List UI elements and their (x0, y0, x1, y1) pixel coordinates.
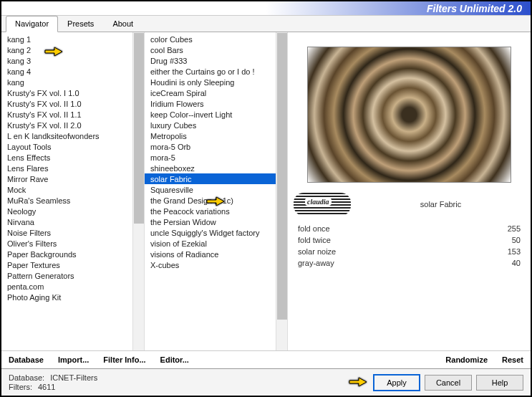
list-item[interactable]: kang 2 (1, 44, 144, 55)
footer-bar: Database:ICNET-Filters Filters:4611 Appl… (1, 368, 531, 396)
list-item[interactable]: kang 1 (1, 34, 144, 44)
param-name: fold twice (298, 236, 331, 244)
list-item[interactable]: Mirror Rave (1, 173, 144, 184)
list-item[interactable]: Oliver's Filters (1, 238, 144, 249)
param-name: gray-away (298, 259, 334, 267)
editor-button[interactable]: Editor... (160, 355, 189, 364)
tab-about[interactable]: About (103, 16, 142, 32)
list-item[interactable]: luxury Cubes (145, 120, 287, 130)
navigator-list[interactable]: kang 1kang 2kang 3kang 4kangKrusty's FX … (1, 32, 145, 350)
list-item[interactable]: Pattern Generators (1, 270, 144, 281)
list-item[interactable]: Paper Textures (1, 259, 144, 270)
app-title: Filters Unlimited 2.0 (427, 3, 522, 14)
param-value: 50 (512, 236, 521, 244)
param-name: fold once (298, 224, 330, 233)
pointing-hand-icon (349, 373, 367, 388)
action-bar: Database Import... Filter Info... Editor… (1, 350, 531, 368)
list-item[interactable]: Squaresville (145, 184, 287, 195)
footer-info: Database:ICNET-Filters Filters:4611 (9, 373, 97, 391)
list-item[interactable]: cool Bars (145, 44, 287, 55)
list-item[interactable]: Lens Effects (1, 152, 144, 163)
list-item[interactable]: Metropolis (145, 130, 287, 141)
list-item[interactable]: Photo Aging Kit (1, 292, 144, 302)
list-item[interactable]: Neology (1, 206, 144, 216)
param-value: 153 (508, 247, 521, 256)
param-row[interactable]: fold once255 (294, 223, 525, 234)
param-name: solar noize (298, 247, 336, 256)
tab-bar: Navigator Presets About (1, 16, 531, 32)
param-row[interactable]: gray-away40 (294, 257, 525, 269)
scrollbar[interactable] (132, 32, 144, 350)
import-button[interactable]: Import... (58, 355, 89, 364)
list-item[interactable]: keep Color--invert Light (145, 109, 287, 120)
params-panel: fold once255fold twice50solar noize153gr… (294, 223, 525, 345)
database-button[interactable]: Database (9, 355, 44, 364)
scroll-thumb[interactable] (134, 33, 144, 224)
randomize-button[interactable]: Randomize (445, 355, 488, 364)
list-item[interactable]: color Cubes (145, 34, 287, 44)
list-item[interactable]: Drug #333 (145, 55, 287, 66)
list-item[interactable]: MuRa's Seamless (1, 195, 144, 206)
list-item[interactable]: Krusty's FX vol. II 1.1 (1, 109, 144, 120)
list-item[interactable]: L en K landksiteofwonders (1, 130, 144, 141)
filter-preview (307, 47, 511, 183)
list-item[interactable]: uncle Squiggly's Widget factory (145, 227, 287, 238)
param-value: 40 (512, 259, 521, 267)
list-item[interactable]: mora-5 Orb (145, 141, 287, 152)
db-label: Database: (9, 373, 44, 382)
list-item[interactable]: penta.com (1, 281, 144, 292)
apply-button[interactable]: Apply (373, 374, 420, 391)
list-item[interactable]: kang 3 (1, 55, 144, 66)
filters-list[interactable]: color Cubescool BarsDrug #333either the … (145, 32, 288, 350)
list-item[interactable]: Lens Flares (1, 163, 144, 173)
list-item[interactable]: mora-5 (145, 152, 287, 163)
scroll-thumb[interactable] (277, 33, 287, 320)
param-row[interactable]: fold twice50 (294, 234, 525, 246)
reset-button[interactable]: Reset (502, 355, 523, 364)
db-value: ICNET-Filters (50, 373, 97, 382)
list-item[interactable]: Iridium Flowers (145, 98, 287, 109)
list-item[interactable]: iceCream Spiral (145, 87, 287, 98)
list-item[interactable]: X-cubes (145, 259, 287, 270)
list-item[interactable]: the Peacock variations (145, 206, 287, 216)
list-item[interactable]: kang (1, 77, 144, 87)
param-value: 255 (508, 224, 521, 233)
list-item[interactable]: the Grand Design (v.1c) (145, 195, 287, 206)
list-item[interactable]: Noise Filters (1, 227, 144, 238)
list-item[interactable]: Krusty's FX vol. II 1.0 (1, 98, 144, 109)
list-item[interactable]: solar Fabric (145, 173, 287, 184)
filters-count-value: 4611 (38, 383, 55, 391)
list-item[interactable]: Mock (1, 184, 144, 195)
scrollbar[interactable] (276, 32, 287, 350)
param-row[interactable]: solar noize153 (294, 246, 525, 257)
filters-count-label: Filters: (9, 383, 32, 391)
list-item[interactable]: vision of Ezekial (145, 238, 287, 249)
list-item[interactable]: Houdini is only Sleeping (145, 77, 287, 87)
list-item[interactable]: visions of Radiance (145, 249, 287, 259)
right-panel: solar Fabric fold once255fold twice50sol… (288, 32, 531, 350)
list-item[interactable]: either the Curtains go or I do ! (145, 66, 287, 77)
cancel-button[interactable]: Cancel (425, 375, 472, 391)
list-item[interactable]: Krusty's FX vol. II 2.0 (1, 120, 144, 130)
list-item[interactable]: the Persian Widow (145, 216, 287, 227)
list-item[interactable]: Krusty's FX vol. I 1.0 (1, 87, 144, 98)
filter-info-button[interactable]: Filter Info... (103, 355, 145, 364)
list-item[interactable]: Nirvana (1, 216, 144, 227)
logo-claudia (294, 193, 351, 216)
titlebar: Filters Unlimited 2.0 (1, 1, 531, 16)
tab-presets[interactable]: Presets (58, 16, 103, 32)
list-item[interactable]: kang 4 (1, 66, 144, 77)
list-item[interactable]: Paper Backgrounds (1, 249, 144, 259)
help-button[interactable]: Help (476, 375, 523, 391)
list-item[interactable]: Layout Tools (1, 141, 144, 152)
tab-navigator[interactable]: Navigator (6, 16, 58, 32)
selected-filter-name: solar Fabric (357, 200, 525, 209)
list-item[interactable]: shineeboxez (145, 163, 287, 173)
